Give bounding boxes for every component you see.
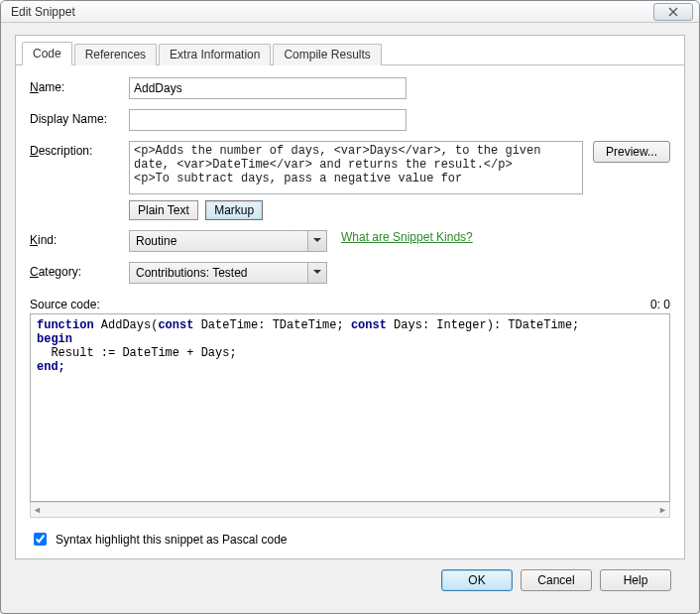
category-select[interactable]: Contributions: Tested [129,262,327,284]
form-area: Name: Display Name: Description: <p>Adds… [16,65,684,558]
tab-references[interactable]: References [74,44,157,65]
description-label: Description: [30,141,129,158]
desc-format-toggle: Plain Text Markup [129,200,267,220]
tab-code[interactable]: Code [22,42,72,65]
tabstrip: Code References Extra Information Compil… [16,36,684,65]
help-button[interactable]: Help [600,569,671,591]
titlebar: Edit Snippet [1,1,699,23]
kind-label: Kind: [30,230,129,247]
close-icon [667,7,679,17]
display-name-input[interactable] [129,109,407,131]
horizontal-scrollbar[interactable]: ◄ ► [30,502,670,518]
plain-text-toggle[interactable]: Plain Text [129,200,198,220]
scroll-left-icon: ◄ [33,505,42,515]
syntax-highlight-checkbox[interactable] [34,533,47,546]
source-code-label: Source code: [30,298,100,311]
description-textarea[interactable]: <p>Adds the number of days, <var>Days</v… [129,141,583,194]
close-button[interactable] [653,3,693,21]
main-panel: Code References Extra Information Compil… [15,35,685,559]
chevron-down-icon [313,270,321,274]
name-input[interactable] [129,77,407,99]
snippet-kinds-link[interactable]: What are Snippet Kinds? [341,230,473,244]
category-label: Category: [30,262,129,279]
markup-toggle[interactable]: Markup [205,200,263,220]
ok-button[interactable]: OK [441,569,513,591]
source-code-container: function AddDays(const DateTime: TDateTi… [30,313,670,526]
tab-extra-information[interactable]: Extra Information [159,44,271,65]
dialog-buttons: OK Cancel Help [15,559,685,603]
scroll-right-icon: ► [658,505,667,515]
kind-value: Routine [136,234,176,248]
window-title: Edit Snippet [11,5,653,19]
syntax-highlight-label: Syntax highlight this snippet as Pascal … [56,533,287,547]
dialog-content: Code References Extra Information Compil… [1,23,699,613]
category-value: Contributions: Tested [136,266,248,280]
name-label: Name: [30,77,129,94]
edit-snippet-window: Edit Snippet Code References Extra Infor… [0,0,700,614]
cursor-position: 0: 0 [650,298,670,311]
kind-select[interactable]: Routine [129,230,327,252]
display-name-label: Display Name: [30,109,129,126]
cancel-button[interactable]: Cancel [521,569,592,591]
source-code-editor[interactable]: function AddDays(const DateTime: TDateTi… [30,313,670,502]
preview-button[interactable]: Preview... [593,141,670,163]
tab-compile-results[interactable]: Compile Results [273,44,381,65]
chevron-down-icon [313,238,321,242]
